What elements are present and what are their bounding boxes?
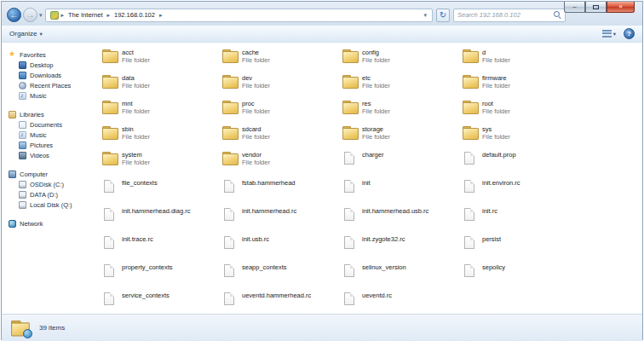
grid-item-storage[interactable]: storage File folder xyxy=(342,123,463,148)
sidebar-section-computer[interactable]: Computer xyxy=(9,169,92,179)
sidebar-section-network[interactable]: Network xyxy=(9,218,92,228)
item-subtitle: File folder xyxy=(242,159,270,166)
maximize-icon xyxy=(593,5,599,9)
grid-item-service-contexts[interactable]: service_contexts xyxy=(102,289,222,314)
organize-button[interactable]: Organize ▾ xyxy=(9,30,43,38)
minimize-icon: – xyxy=(572,3,576,10)
sidebar-section-libraries[interactable]: Libraries xyxy=(9,109,92,119)
views-icon xyxy=(602,30,612,38)
grid-item-file-contexts[interactable]: file_contexts xyxy=(102,176,222,205)
help-button[interactable]: ? xyxy=(624,28,635,39)
grid-item-sys[interactable]: sys File folder xyxy=(463,123,583,148)
sidebar-item-pictures[interactable]: Pictures xyxy=(9,140,92,150)
grid-item-data[interactable]: data File folder xyxy=(102,72,222,97)
grid-item-sepolicy[interactable]: sepolicy xyxy=(463,261,583,289)
grid-item-fstab-hammerhead[interactable]: fstab.hammerhead xyxy=(222,176,342,205)
sidebar-item-osdisk-c[interactable]: OSDisk (C:) xyxy=(9,179,92,189)
back-icon: ← xyxy=(10,11,19,20)
address-bar[interactable]: ▸ The Internet ▸ 192.168.0.102 ▸ ▾ xyxy=(45,9,433,22)
sidebar-item-documents[interactable]: Documents xyxy=(9,119,92,130)
grid-item-proc[interactable]: proc File folder xyxy=(222,97,342,123)
disk-icon xyxy=(19,191,26,199)
grid-item-init-hammerhead-rc[interactable]: init.hammerhead.rc xyxy=(222,205,342,233)
grid-item-d[interactable]: d File folder xyxy=(463,46,583,72)
item-subtitle: File folder xyxy=(242,82,270,90)
sidebar-item-downloads[interactable]: Downloads xyxy=(9,70,92,80)
folder-icon xyxy=(102,101,118,113)
sidebar-section-favorites[interactable]: Favorites xyxy=(9,49,92,60)
sidebar-item-music[interactable]: Music xyxy=(9,90,92,101)
grid-item-seapp-contexts[interactable]: seapp_contexts xyxy=(222,261,342,289)
grid-item-ueventd-hammerhead-rc[interactable]: ueventd.hammerhead.rc xyxy=(222,289,342,314)
recent-pages-dropdown[interactable]: ▾ xyxy=(37,12,45,19)
item-name: cache xyxy=(242,49,270,56)
grid-item-init-zygote32-rc[interactable]: init.zygote32.rc xyxy=(342,233,463,261)
grid-item-acct[interactable]: acct File folder xyxy=(102,46,222,72)
grid-item-init-hammerhead-diag-rc[interactable]: init.hammerhead.diag.rc xyxy=(102,205,222,233)
grid-item-property-contexts[interactable]: property_contexts xyxy=(102,261,222,289)
sidebar-section-label: Favorites xyxy=(20,51,46,59)
back-button[interactable]: ← xyxy=(7,8,21,22)
grid-item-charger[interactable]: charger xyxy=(342,148,463,176)
grid-item-firmware[interactable]: firmware File folder xyxy=(463,72,583,97)
grid-item-dev[interactable]: dev File folder xyxy=(222,72,342,97)
grid-item-root[interactable]: root File folder xyxy=(463,97,583,123)
grid-item-sbin[interactable]: sbin File folder xyxy=(102,123,222,148)
grid-item-init[interactable]: init xyxy=(342,176,463,205)
grid-item-init-hammerhead-usb-rc[interactable]: init.hammerhead.usb.rc xyxy=(342,205,463,233)
organize-label: Organize xyxy=(9,30,37,38)
file-icon xyxy=(224,180,234,193)
content-pane: acct File folder cache File folder confi… xyxy=(92,43,642,314)
sidebar-item-desktop[interactable]: Desktop xyxy=(9,60,92,70)
breadcrumb-location[interactable]: 192.168.0.102 xyxy=(111,11,158,19)
item-subtitle: File folder xyxy=(482,133,510,141)
navigation-pane: Favorites Desktop Downloads Recent Place… xyxy=(2,43,92,314)
item-name: seapp_contexts xyxy=(242,263,287,271)
folder-icon xyxy=(342,101,358,113)
grid-item-init-trace-rc[interactable]: init.trace.rc xyxy=(102,233,222,261)
grid-item-vendor[interactable]: vendor File folder xyxy=(222,148,342,174)
change-view-button[interactable]: ▾ xyxy=(602,30,616,38)
grid-item-etc[interactable]: etc File folder xyxy=(342,72,463,97)
recent-icon xyxy=(19,82,26,90)
grid-item-mnt[interactable]: mnt File folder xyxy=(102,97,222,123)
refresh-button[interactable]: ↻ xyxy=(436,9,450,22)
sidebar-item-videos[interactable]: Videos xyxy=(9,150,92,160)
file-icon xyxy=(464,152,474,165)
item-name: proc xyxy=(242,100,270,107)
grid-item-default-prop[interactable]: default.prop xyxy=(463,148,583,176)
sidebar-section: Computer OSDisk (C:) DATA (D:) Local Dis… xyxy=(9,169,92,210)
sidebar-item-music[interactable]: Music xyxy=(9,130,92,140)
forward-button[interactable]: → xyxy=(23,8,37,22)
folder-icon xyxy=(222,126,238,139)
item-name: d xyxy=(482,49,510,56)
maximize-button[interactable] xyxy=(585,2,607,13)
grid-item-res[interactable]: res File folder xyxy=(342,97,463,123)
address-dropdown[interactable]: ▾ xyxy=(421,12,429,19)
minimize-button[interactable]: – xyxy=(564,2,585,13)
grid-item-init-environ-rc[interactable]: init.environ.rc xyxy=(463,176,583,205)
sidebar-item-local-disk-q[interactable]: Local Disk (Q:) xyxy=(9,199,92,210)
item-name: res xyxy=(362,100,390,107)
item-name: vendor xyxy=(242,151,270,159)
grid-item-sdcard[interactable]: sdcard File folder xyxy=(222,123,342,148)
sidebar-item-data-d[interactable]: DATA (D:) xyxy=(9,189,92,199)
search-input[interactable] xyxy=(457,11,554,19)
grid-item-init-usb-rc[interactable]: init.usb.rc xyxy=(222,233,342,261)
grid-item-init-rc[interactable]: init.rc xyxy=(463,205,583,233)
grid-item-persist[interactable]: persist xyxy=(463,233,583,261)
item-name: service_contexts xyxy=(122,292,170,299)
file-icon xyxy=(344,264,354,277)
item-name: default.prop xyxy=(482,151,516,159)
sidebar-section: Libraries Documents Music Pictures Video… xyxy=(9,109,92,160)
grid-item-selinux-version[interactable]: selinux_version xyxy=(342,261,463,289)
sidebar-item-recent-places[interactable]: Recent Places xyxy=(9,80,92,90)
close-button[interactable]: × xyxy=(607,2,635,13)
items-count: 39 items xyxy=(39,324,65,332)
sidebar-item-label: Music xyxy=(30,131,47,139)
grid-item-cache[interactable]: cache File folder xyxy=(222,46,342,72)
grid-item-system[interactable]: system File folder xyxy=(102,148,222,174)
grid-item-ueventd-rc[interactable]: ueventd.rc xyxy=(342,289,463,314)
grid-item-config[interactable]: config File folder xyxy=(342,46,463,72)
breadcrumb-root[interactable]: The Internet xyxy=(65,11,106,19)
